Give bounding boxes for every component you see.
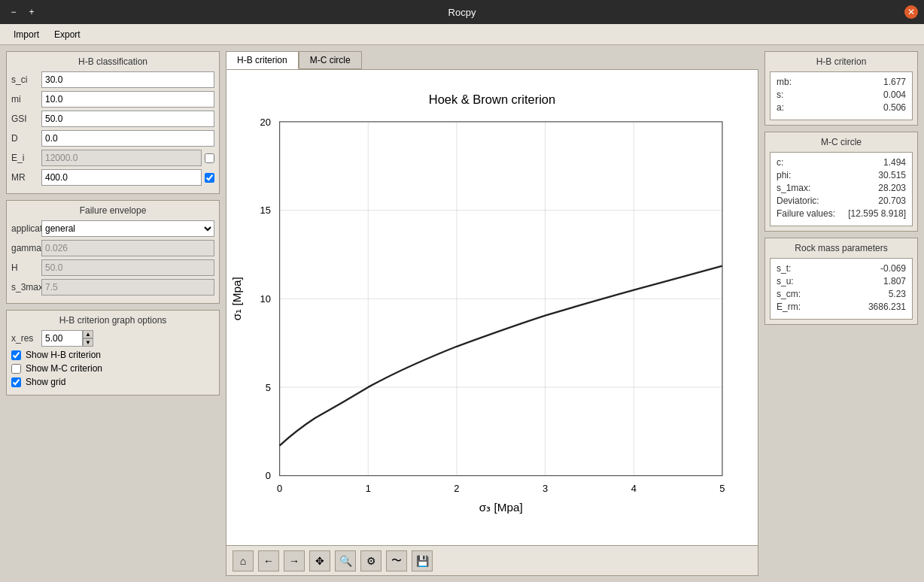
chart-container: Hoek & Brown criterion xyxy=(226,69,758,576)
show-hb-checkbox[interactable] xyxy=(11,350,21,360)
mi-row: mi xyxy=(11,91,214,108)
show-grid-row: Show grid xyxy=(11,377,214,387)
stats-failure-val: [12.595 8.918] xyxy=(848,208,906,219)
ei-input[interactable] xyxy=(41,150,202,166)
stats-deviatoric-val: 20.703 xyxy=(878,196,906,206)
stats-c-row: c: 1.494 xyxy=(777,157,906,168)
s3max-input[interactable] xyxy=(41,279,214,296)
stats-s1max-key: s_1max: xyxy=(777,183,810,193)
stats-scm-row: s_cm: 5.23 xyxy=(777,289,906,299)
stats-deviatoric-row: Deviatoric: 20.703 xyxy=(777,196,906,206)
toolbar-pan-button[interactable]: ✥ xyxy=(309,550,330,571)
gamma-input[interactable] xyxy=(41,240,214,256)
stats-st-row: s_t: -0.069 xyxy=(777,263,906,274)
toolbar-forward-button[interactable]: → xyxy=(284,550,305,571)
d-input[interactable] xyxy=(41,130,214,147)
stats-s-row: s: 0.004 xyxy=(777,89,906,100)
toolbar-edit-button[interactable]: 〜 xyxy=(386,550,407,571)
show-hb-label: Show H-B criterion xyxy=(26,350,101,360)
stats-mb-val: 1.677 xyxy=(883,77,906,87)
ei-label: E_i xyxy=(11,153,41,163)
gsi-input[interactable] xyxy=(41,111,214,127)
x-res-up-button[interactable]: ▲ xyxy=(83,330,93,338)
ei-checkbox[interactable] xyxy=(205,153,214,163)
x-res-row: x_res ▲ ▼ xyxy=(11,330,214,347)
stats-c-val: 1.494 xyxy=(883,157,906,168)
chart-toolbar: ⌂ ← → ✥ 🔍 ⚙ 〜 💾 xyxy=(226,545,758,575)
stats-phi-key: phi: xyxy=(777,170,791,180)
minimize-button[interactable]: − xyxy=(6,5,21,20)
x-res-down-button[interactable]: ▼ xyxy=(83,338,93,347)
application-select[interactable]: general tunnel slope xyxy=(41,220,214,237)
stats-failure-row: Failure values: [12.595 8.918] xyxy=(777,208,906,219)
s3max-row: s_3max xyxy=(11,279,214,296)
toolbar-settings-button[interactable]: ⚙ xyxy=(360,550,381,571)
stats-phi-val: 30.515 xyxy=(878,170,906,180)
chart-svg: Hoek & Brown criterion xyxy=(226,70,758,545)
stats-su-val: 1.807 xyxy=(883,276,906,286)
H-row: H xyxy=(11,259,214,276)
mc-circle-stats-title: M-C circle xyxy=(770,137,913,147)
stats-erm-val: 3686.231 xyxy=(868,302,906,312)
tab-hb-criterion[interactable]: H-B criterion xyxy=(226,51,299,69)
stats-c-key: c: xyxy=(777,157,783,168)
tab-mc-circle[interactable]: M-C circle xyxy=(299,51,362,69)
menu-import[interactable]: Import xyxy=(6,26,47,43)
stats-mb-key: mb: xyxy=(777,77,792,87)
mr-input[interactable] xyxy=(41,169,202,186)
mi-input[interactable] xyxy=(41,91,214,108)
toolbar-back-button[interactable]: ← xyxy=(258,550,279,571)
show-mc-row: Show M-C criterion xyxy=(11,363,214,374)
stats-a-row: a: 0.506 xyxy=(777,102,906,113)
stats-scm-val: 5.23 xyxy=(889,289,906,299)
stats-phi-row: phi: 30.515 xyxy=(777,170,906,180)
titlebar: − + Rocpy ✕ xyxy=(0,0,924,24)
show-grid-checkbox[interactable] xyxy=(11,377,21,387)
d-row: D xyxy=(11,130,214,147)
stats-s1max-val: 28.203 xyxy=(878,183,906,193)
stats-erm-row: E_rm: 3686.231 xyxy=(777,302,906,312)
stats-st-val: -0.069 xyxy=(880,263,906,274)
hb-curve xyxy=(280,266,722,446)
rock-mass-stats-box: s_t: -0.069 s_u: 1.807 s_cm: 5.23 E_rm: … xyxy=(770,258,913,320)
main-layout: H-B classification s_ci mi GSI D E_i xyxy=(0,45,924,582)
y-tick: 10 xyxy=(260,293,270,305)
graph-options-title: H-B criterion graph options xyxy=(11,315,214,326)
gsi-label: GSI xyxy=(11,114,41,124)
d-label: D xyxy=(11,133,41,144)
stats-erm-key: E_rm: xyxy=(777,302,801,312)
rock-mass-stats-title: Rock mass parameters xyxy=(770,243,913,253)
close-button[interactable]: ✕ xyxy=(904,5,918,19)
show-hb-row: Show H-B criterion xyxy=(11,350,214,360)
stats-a-key: a: xyxy=(777,102,784,113)
center-panel: H-B criterion M-C circle Hoek & Brown cr… xyxy=(226,45,758,582)
menu-export[interactable]: Export xyxy=(47,26,88,43)
toolbar-save-button[interactable]: 💾 xyxy=(412,550,433,571)
stats-st-key: s_t: xyxy=(777,263,791,274)
toolbar-home-button[interactable]: ⌂ xyxy=(233,550,254,571)
maximize-button[interactable]: + xyxy=(24,5,39,20)
hb-classification-group: H-B classification s_ci mi GSI D E_i xyxy=(6,51,220,194)
x-tick: 1 xyxy=(366,483,371,494)
H-label: H xyxy=(11,262,41,273)
failure-envelope-group: Failure envelope application general tun… xyxy=(6,200,220,304)
H-input[interactable] xyxy=(41,259,214,276)
graph-options-group: H-B criterion graph options x_res ▲ ▼ Sh… xyxy=(6,310,220,396)
s-ci-input[interactable] xyxy=(41,71,214,88)
y-tick: 5 xyxy=(266,382,271,393)
show-grid-label: Show grid xyxy=(26,377,65,387)
stats-su-row: s_u: 1.807 xyxy=(777,276,906,286)
mr-row: MR xyxy=(11,169,214,186)
menubar: Import Export xyxy=(0,24,924,45)
x-res-input[interactable] xyxy=(41,330,83,347)
stats-s1max-row: s_1max: 28.203 xyxy=(777,183,906,193)
application-row: application general tunnel slope xyxy=(11,220,214,237)
gamma-row: gamma xyxy=(11,240,214,256)
show-mc-checkbox[interactable] xyxy=(11,364,21,374)
mr-checkbox[interactable] xyxy=(205,173,214,183)
x-axis-label: σ₃ [Mpa] xyxy=(479,501,523,514)
gsi-row: GSI xyxy=(11,111,214,127)
hb-classification-title: H-B classification xyxy=(11,56,214,67)
mc-circle-stats-box: c: 1.494 phi: 30.515 s_1max: 28.203 Devi… xyxy=(770,152,913,226)
toolbar-zoom-button[interactable]: 🔍 xyxy=(335,550,356,571)
